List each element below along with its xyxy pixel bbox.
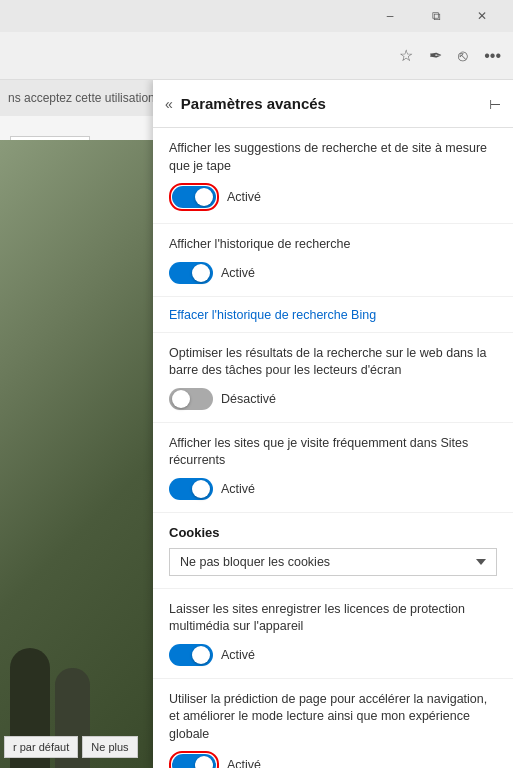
cookies-section: Cookies Ne pas bloquer les cookies Bloqu… — [153, 513, 513, 589]
title-bar-buttons: – ⧉ ✕ — [367, 0, 505, 32]
share-icon[interactable]: ⎋ — [458, 47, 468, 65]
frequent-sites-desc: Afficher les sites que je visite fréquem… — [169, 435, 497, 470]
more-icon[interactable]: ••• — [484, 47, 501, 65]
page-prediction-highlight-border — [169, 751, 219, 768]
bing-history-link-item: Effacer l'historique de recherche Bing — [153, 297, 513, 333]
settings-panel: « Paramètres avancés ⊢ Afficher les sugg… — [153, 80, 513, 768]
page-prediction-desc: Utiliser la prédiction de page pour accé… — [169, 691, 497, 744]
search-suggestions-toggle-wrap: Activé — [169, 183, 497, 211]
cookies-label: Cookies — [169, 525, 497, 540]
bing-history-link[interactable]: Effacer l'historique de recherche Bing — [169, 308, 376, 322]
panel-title: Paramètres avancés — [181, 95, 489, 112]
restore-button[interactable]: ⧉ — [413, 0, 459, 32]
star-icon[interactable]: ☆ — [399, 46, 413, 65]
bg-buttons: r par défaut Ne plus — [0, 736, 138, 758]
panel-content[interactable]: Afficher les suggestions de recherche et… — [153, 128, 513, 768]
search-suggestions-highlight-border — [169, 183, 219, 211]
search-suggestions-toggle[interactable] — [172, 186, 216, 208]
screen-reader-toggle-wrap: Désactivé — [169, 388, 497, 410]
title-bar: – ⧉ ✕ — [0, 0, 513, 32]
notification-text: ns acceptez cette utilisation — [8, 91, 155, 105]
setting-page-prediction: Utiliser la prédiction de page pour accé… — [153, 679, 513, 769]
cookies-dropdown[interactable]: Ne pas bloquer les cookies Bloquer uniqu… — [169, 548, 497, 576]
setting-search-history: Afficher l'historique de recherche Activ… — [153, 224, 513, 297]
back-icon[interactable]: « — [165, 96, 173, 112]
setting-search-suggestions: Afficher les suggestions de recherche et… — [153, 128, 513, 224]
media-licenses-desc: Laisser les sites enregistrer les licenc… — [169, 601, 497, 636]
close-button[interactable]: ✕ — [459, 0, 505, 32]
bg-image — [0, 140, 160, 768]
screen-reader-desc: Optimiser les résultats de la recherche … — [169, 345, 497, 380]
pen-icon[interactable]: ✒ — [429, 46, 442, 65]
search-history-toggle-wrap: Activé — [169, 262, 497, 284]
media-licenses-toggle[interactable] — [169, 644, 213, 666]
minimize-button[interactable]: – — [367, 0, 413, 32]
toolbar: ☆ ✒ ⎋ ••• — [0, 32, 513, 80]
browser-content: ns acceptez cette utilisation rechercl r… — [0, 80, 513, 768]
media-licenses-label: Activé — [221, 648, 255, 662]
setting-media-licenses: Laisser les sites enregistrer les licenc… — [153, 589, 513, 679]
panel-header: « Paramètres avancés ⊢ — [153, 80, 513, 128]
page-prediction-toggle-wrap: Activé — [169, 751, 497, 768]
frequent-sites-label: Activé — [221, 482, 255, 496]
screen-reader-toggle[interactable] — [169, 388, 213, 410]
search-suggestions-label: Activé — [227, 190, 261, 204]
default-button[interactable]: r par défaut — [4, 736, 78, 758]
search-history-toggle[interactable] — [169, 262, 213, 284]
screen-reader-label: Désactivé — [221, 392, 276, 406]
setting-screen-reader: Optimiser les résultats de la recherche … — [153, 333, 513, 423]
frequent-sites-toggle-wrap: Activé — [169, 478, 497, 500]
search-history-desc: Afficher l'historique de recherche — [169, 236, 497, 254]
page-prediction-label: Activé — [227, 758, 261, 768]
pin-icon[interactable]: ⊢ — [489, 96, 501, 112]
media-licenses-toggle-wrap: Activé — [169, 644, 497, 666]
setting-frequent-sites: Afficher les sites que je visite fréquem… — [153, 423, 513, 513]
frequent-sites-toggle[interactable] — [169, 478, 213, 500]
browser-window: – ⧉ ✕ ☆ ✒ ⎋ ••• ns acceptez cette utilis… — [0, 0, 513, 768]
search-suggestions-desc: Afficher les suggestions de recherche et… — [169, 140, 497, 175]
search-history-label: Activé — [221, 266, 255, 280]
no-more-button[interactable]: Ne plus — [82, 736, 137, 758]
page-prediction-toggle[interactable] — [172, 754, 216, 768]
